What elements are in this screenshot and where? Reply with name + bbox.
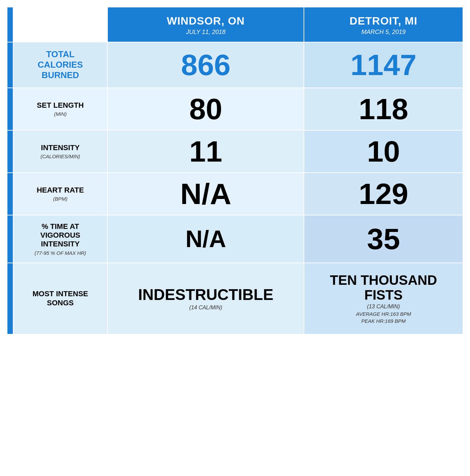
songs-value-1: INDESTRUCTIBLE (14 CAL/MIN)	[107, 263, 304, 334]
songs-label-main: MOST INTENSE SONGS	[20, 290, 101, 307]
songs-value-1-sub: (14 CAL/MIN)	[113, 305, 298, 311]
songs-value-2-sub: (13 CAL/MIN)	[310, 304, 457, 310]
calories-value-2: 1147	[304, 42, 463, 88]
intensity-label-sub: (CALORIES/MIN)	[20, 154, 101, 159]
header-row: WINDSOR, ON JULY 11, 2018 DETROIT, MI MA…	[7, 7, 463, 42]
heart-rate-label-main: HEART RATE	[20, 186, 101, 195]
set-length-row: SET LENGTH (MIN) 80 118	[7, 88, 463, 130]
calories-value-1-text: 866	[111, 50, 300, 80]
set-length-label-main: SET LENGTH	[20, 101, 101, 110]
intensity-accent	[7, 130, 13, 173]
calories-label: TOTAL CALORIES BURNED	[13, 42, 107, 88]
comparison-table: WINDSOR, ON JULY 11, 2018 DETROIT, MI MA…	[7, 7, 463, 335]
calories-label-main: TOTAL CALORIES BURNED	[20, 49, 101, 81]
songs-label: MOST INTENSE SONGS	[13, 263, 107, 334]
heart-rate-label: HEART RATE (BPM)	[13, 173, 107, 215]
vigorous-value-1: N/A	[107, 215, 304, 263]
songs-value-1-text: INDESTRUCTIBLE	[113, 286, 298, 303]
heart-rate-row: HEART RATE (BPM) N/A 129	[7, 173, 463, 215]
header-accent-left	[7, 7, 13, 42]
intensity-label: INTENSITY (CALORIES/MIN)	[13, 130, 107, 173]
vigorous-accent	[7, 215, 13, 263]
songs-accent	[7, 263, 13, 334]
set-length-value-1: 80	[107, 88, 304, 130]
vigorous-label: % TIME AT VIGOROUS INTENSITY (77-95 % OF…	[13, 215, 107, 263]
intensity-value-2: 10	[304, 130, 463, 173]
set-length-value-1-text: 80	[111, 94, 300, 124]
vigorous-row: % TIME AT VIGOROUS INTENSITY (77-95 % OF…	[7, 215, 463, 263]
vigorous-value-2-text: 35	[308, 224, 459, 254]
heart-rate-value-1-text: N/A	[111, 179, 300, 209]
songs-value-2: TEN THOUSAND FISTS (13 CAL/MIN) AVERAGE …	[304, 263, 463, 334]
set-length-value-2: 118	[304, 88, 463, 130]
intensity-value-1: 11	[107, 130, 304, 173]
city-2-name: DETROIT, MI	[308, 15, 459, 27]
calories-value-2-text: 1147	[308, 50, 459, 80]
heart-rate-value-1: N/A	[107, 173, 304, 215]
header-city-1: WINDSOR, ON JULY 11, 2018	[107, 7, 304, 42]
songs-row: MOST INTENSE SONGS INDESTRUCTIBLE (14 CA…	[7, 263, 463, 334]
intensity-row: INTENSITY (CALORIES/MIN) 11 10	[7, 130, 463, 173]
heart-rate-label-sub: (BPM)	[20, 196, 101, 202]
heart-rate-value-2-text: 129	[308, 179, 459, 209]
vigorous-label-main: % TIME AT VIGOROUS INTENSITY	[20, 222, 101, 249]
city-1-date: JULY 11, 2018	[111, 29, 300, 36]
vigorous-label-sub: (77-95 % OF MAX HR)	[20, 250, 101, 256]
songs-value-2-text: TEN THOUSAND FISTS	[310, 273, 457, 302]
set-length-label: SET LENGTH (MIN)	[13, 88, 107, 130]
vigorous-value-2: 35	[304, 215, 463, 263]
intensity-label-main: INTENSITY	[20, 143, 101, 152]
header-label-cell	[13, 7, 107, 42]
set-length-label-sub: (MIN)	[20, 111, 101, 117]
songs-value-2-detail: AVERAGE HR:163 BPM PEAK HR:169 BPM	[310, 310, 457, 325]
set-length-value-2-text: 118	[308, 94, 459, 124]
calories-accent	[7, 42, 13, 88]
header-city-2: DETROIT, MI MARCH 5, 2019	[304, 7, 463, 42]
heart-rate-accent	[7, 173, 13, 215]
calories-value-1: 866	[107, 42, 304, 88]
intensity-value-2-text: 10	[308, 137, 459, 166]
city-1-name: WINDSOR, ON	[111, 15, 300, 27]
heart-rate-value-2: 129	[304, 173, 463, 215]
city-2-date: MARCH 5, 2019	[308, 29, 459, 36]
vigorous-value-1-text: N/A	[111, 227, 300, 251]
calories-row: TOTAL CALORIES BURNED 866 1147	[7, 42, 463, 88]
set-length-accent	[7, 88, 13, 130]
intensity-value-1-text: 11	[111, 137, 300, 166]
